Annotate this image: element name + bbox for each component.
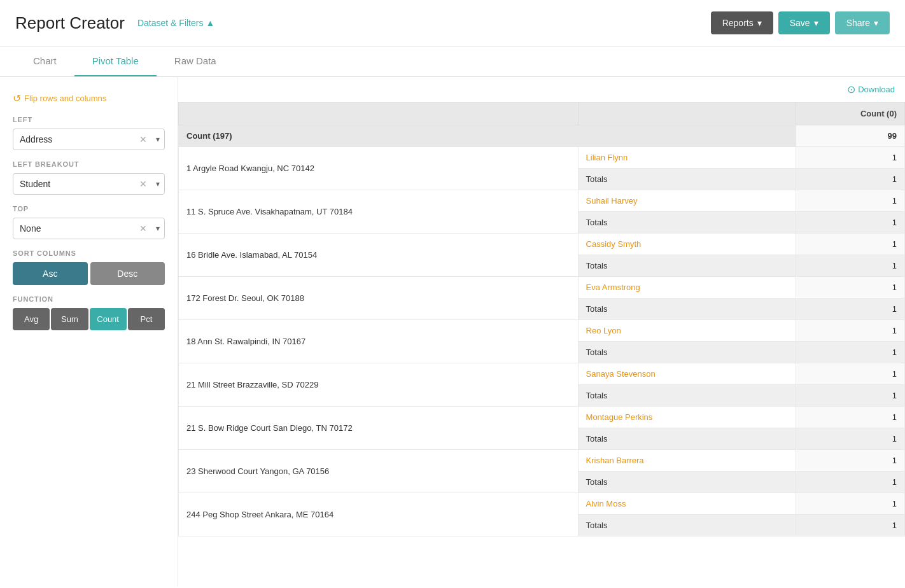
- sort-group: Asc Desc: [13, 262, 165, 285]
- left-breakout-clear-icon[interactable]: ✕: [139, 179, 147, 189]
- sort-desc-button[interactable]: Desc: [90, 262, 165, 285]
- student-name-cell[interactable]: Sanaya Stevenson: [578, 363, 796, 385]
- totals-label: Totals: [578, 515, 796, 536]
- table-row: 244 Peg Shop Street Ankara, ME 70164 Alv…: [179, 493, 905, 515]
- top-clear-icon[interactable]: ✕: [139, 223, 147, 234]
- student-name-cell[interactable]: Krishan Barrera: [578, 450, 796, 472]
- student-count-cell: 1: [796, 450, 904, 472]
- table-row: 23 Sherwood Court Yangon, GA 70156 Krish…: [179, 450, 905, 472]
- share-label: Share: [846, 18, 870, 28]
- table-row: 16 Bridle Ave. Islamabad, AL 70154 Cassi…: [179, 234, 905, 255]
- sidebar: ↺ Flip rows and columns LEFT Address ✕ ▾…: [0, 77, 178, 586]
- student-name-cell[interactable]: Eva Armstrong: [578, 277, 796, 298]
- student-name-cell[interactable]: Suhail Harvey: [578, 190, 796, 212]
- table-row: 21 S. Bow Ridge Court San Diego, TN 7017…: [179, 407, 905, 428]
- func-pct-button[interactable]: Pct: [128, 308, 165, 330]
- left-clear-icon[interactable]: ✕: [139, 134, 147, 144]
- left-breakout-section-label: LEFT BREAKOUT: [13, 160, 165, 168]
- tab-bar: Chart Pivot Table Raw Data: [0, 46, 905, 77]
- col-header-address: [179, 102, 579, 125]
- dataset-filters-label: Dataset & Filters: [137, 18, 203, 28]
- address-cell: 23 Sherwood Court Yangon, GA 70156: [179, 450, 579, 493]
- header-left: Report Creator Dataset & Filters ▲: [15, 13, 214, 33]
- address-cell: 18 Ann St. Rawalpindi, IN 70167: [179, 320, 579, 363]
- left-breakout-select-wrapper: Student ✕ ▾: [13, 173, 165, 195]
- table-row: 21 Mill Street Brazzaville, SD 70229 San…: [179, 363, 905, 385]
- share-button[interactable]: Share ▾: [835, 11, 890, 34]
- func-sum-button[interactable]: Sum: [51, 308, 88, 330]
- totals-count-cell: 1: [796, 342, 904, 363]
- pivot-table: Count (0) Count (197) 99 1 Argyle Road K…: [178, 102, 905, 536]
- student-name-cell[interactable]: Reo Lyon: [578, 320, 796, 342]
- table-row: 1 Argyle Road Kwangju, NC 70142 Lilian F…: [179, 147, 905, 169]
- reports-chevron-icon: ▾: [757, 18, 762, 28]
- address-cell: 21 Mill Street Brazzaville, SD 70229: [179, 363, 579, 407]
- tab-pivot-table-label: Pivot Table: [92, 55, 139, 66]
- share-chevron-icon: ▾: [874, 18, 878, 28]
- dataset-filters-link[interactable]: Dataset & Filters ▲: [137, 18, 214, 28]
- flip-rows-icon: ↺: [13, 92, 21, 104]
- totals-label: Totals: [578, 428, 796, 450]
- summary-count: 99: [796, 125, 904, 147]
- address-cell: 21 S. Bow Ridge Court San Diego, TN 7017…: [179, 407, 579, 450]
- func-avg-button[interactable]: Avg: [13, 308, 50, 330]
- tab-chart-label: Chart: [33, 55, 57, 66]
- address-cell: 172 Forest Dr. Seoul, OK 70188: [179, 277, 579, 320]
- save-button[interactable]: Save ▾: [778, 11, 830, 34]
- flip-rows-label: Flip rows and columns: [24, 94, 106, 103]
- header-actions: Reports ▾ Save ▾ Share ▾: [711, 11, 890, 34]
- reports-button[interactable]: Reports ▾: [711, 11, 773, 34]
- student-name-cell[interactable]: Alvin Moss: [578, 493, 796, 515]
- student-count-cell: 1: [796, 190, 904, 212]
- left-section-label: LEFT: [13, 116, 165, 123]
- totals-label: Totals: [578, 342, 796, 363]
- tab-raw-data[interactable]: Raw Data: [157, 46, 234, 76]
- totals-label: Totals: [578, 298, 796, 320]
- sort-columns-label: SORT COLUMNS: [13, 249, 165, 257]
- totals-count-cell: 1: [796, 255, 904, 277]
- address-cell: 16 Bridle Ave. Islamabad, AL 70154: [179, 234, 579, 277]
- tab-chart[interactable]: Chart: [15, 46, 74, 76]
- student-count-cell: 1: [796, 493, 904, 515]
- top-section-label: TOP: [13, 205, 165, 213]
- totals-count-cell: 1: [796, 472, 904, 493]
- page-title: Report Creator: [15, 13, 125, 33]
- col-header-student: [578, 102, 796, 125]
- student-count-cell: 1: [796, 147, 904, 169]
- totals-count-cell: 1: [796, 298, 904, 320]
- content-toolbar: ⊙ Download: [178, 77, 905, 102]
- col-header-count: Count (0): [796, 102, 904, 125]
- totals-label: Totals: [578, 212, 796, 234]
- totals-count-cell: 1: [796, 169, 904, 190]
- download-button[interactable]: ⊙ Download: [847, 83, 895, 95]
- address-cell: 1 Argyle Road Kwangju, NC 70142: [179, 147, 579, 190]
- flip-rows-button[interactable]: ↺ Flip rows and columns: [13, 92, 165, 104]
- student-count-cell: 1: [796, 277, 904, 298]
- table-content: ⊙ Download Count (0) Count (19: [178, 77, 905, 586]
- function-group: Avg Sum Count Pct: [13, 308, 165, 330]
- table-header-row: Count (0): [179, 102, 905, 125]
- function-label: FUNCTION: [13, 295, 165, 303]
- download-icon: ⊙: [847, 83, 855, 95]
- student-name-cell[interactable]: Cassidy Smyth: [578, 234, 796, 255]
- summary-label: Count (197): [179, 125, 796, 147]
- totals-label: Totals: [578, 385, 796, 407]
- func-count-button[interactable]: Count: [90, 308, 127, 330]
- totals-label: Totals: [578, 255, 796, 277]
- main-content: ↺ Flip rows and columns LEFT Address ✕ ▾…: [0, 77, 905, 586]
- dataset-chevron-icon: ▲: [206, 18, 214, 28]
- tab-pivot-table[interactable]: Pivot Table: [74, 46, 157, 76]
- student-count-cell: 1: [796, 320, 904, 342]
- sort-asc-button[interactable]: Asc: [13, 262, 88, 285]
- totals-count-cell: 1: [796, 428, 904, 450]
- student-count-cell: 1: [796, 234, 904, 255]
- totals-count-cell: 1: [796, 385, 904, 407]
- student-name-cell[interactable]: Lilian Flynn: [578, 147, 796, 169]
- student-name-cell[interactable]: Montague Perkins: [578, 407, 796, 428]
- save-chevron-icon: ▾: [814, 18, 818, 28]
- tab-raw-data-label: Raw Data: [174, 55, 216, 66]
- left-select-wrapper: Address ✕ ▾: [13, 129, 165, 150]
- table-row: 172 Forest Dr. Seoul, OK 70188 Eva Armst…: [179, 277, 905, 298]
- summary-row: Count (197) 99: [179, 125, 905, 147]
- table-row: 11 S. Spruce Ave. Visakhapatnam, UT 7018…: [179, 190, 905, 212]
